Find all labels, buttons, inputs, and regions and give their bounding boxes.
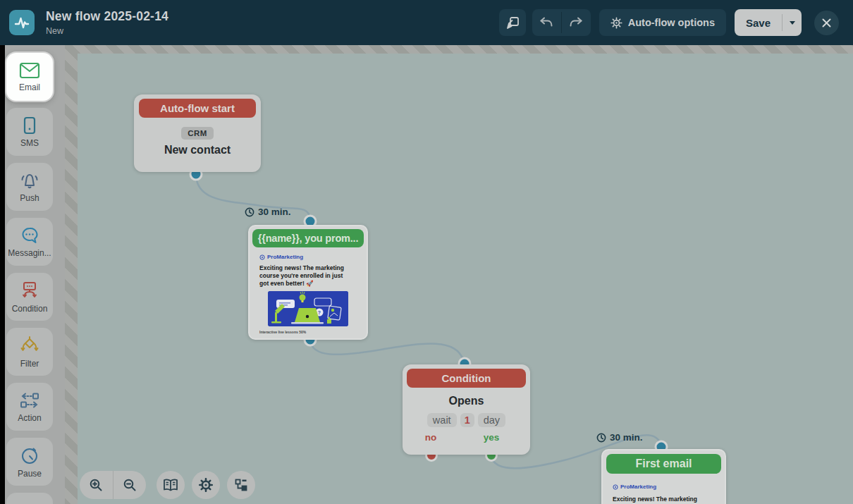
action-icon bbox=[19, 391, 40, 410]
history-controls bbox=[532, 9, 591, 36]
save-button[interactable]: Save bbox=[735, 9, 782, 36]
condition-branches: no yes bbox=[403, 432, 530, 443]
sidebar-item-messaging[interactable]: Messagin... bbox=[6, 218, 53, 266]
sidebar-item-push[interactable]: Push bbox=[6, 163, 53, 211]
left-edge-strip bbox=[0, 45, 5, 504]
node-email-1[interactable]: {{name}}, you prom... ProMarketing Excit… bbox=[248, 225, 368, 340]
autoflow-options-button[interactable]: Auto-flow options bbox=[599, 9, 726, 36]
sidebar-item-label: Push bbox=[20, 193, 39, 203]
node-header: Condition bbox=[407, 369, 526, 388]
brand-name: ProMarketing bbox=[620, 484, 656, 490]
zoom-controls bbox=[80, 471, 146, 499]
wait-value-chip[interactable]: 1 bbox=[460, 413, 474, 427]
zoom-in-button[interactable] bbox=[80, 471, 113, 499]
save-menu-button[interactable] bbox=[783, 9, 802, 36]
edge-delay-text: 30 min. bbox=[610, 432, 643, 443]
undo-button[interactable] bbox=[532, 9, 561, 36]
email-hero-image: ? bbox=[268, 291, 348, 326]
sidebar-item-label: Filter bbox=[20, 359, 39, 369]
trigger-source-badge: CRM bbox=[181, 127, 213, 140]
sms-icon bbox=[21, 116, 38, 135]
guide-button[interactable] bbox=[157, 471, 185, 499]
redo-button[interactable] bbox=[562, 9, 591, 36]
pause-icon bbox=[20, 445, 39, 465]
node-header: Auto-flow start bbox=[139, 99, 256, 118]
book-icon bbox=[163, 478, 178, 492]
edge-delay-text: 30 min. bbox=[258, 207, 291, 217]
sidebar-item-label: Condition bbox=[12, 304, 48, 314]
email-brand-row: ProMarketing bbox=[613, 484, 725, 490]
pen-square-icon bbox=[505, 15, 520, 30]
clock-icon bbox=[596, 433, 606, 443]
undo-icon bbox=[539, 16, 554, 29]
node-header: First email bbox=[606, 454, 721, 474]
branch-yes-label: yes bbox=[484, 432, 500, 443]
brand-logo-icon bbox=[259, 254, 265, 260]
minimap-button[interactable] bbox=[227, 471, 255, 499]
sidebar-item-email[interactable]: Email bbox=[6, 53, 53, 101]
flow-editor: 30 min. 30 min. Auto-flow start CRM New … bbox=[0, 0, 853, 504]
app-logo bbox=[9, 10, 35, 35]
settings-button[interactable] bbox=[192, 471, 220, 499]
close-icon bbox=[821, 18, 832, 28]
clock-icon bbox=[245, 207, 254, 217]
sidebar-item-label: Action bbox=[18, 413, 41, 423]
condition-icon bbox=[19, 281, 40, 300]
gear-icon bbox=[199, 478, 213, 492]
pulse-icon bbox=[13, 14, 30, 31]
redo-icon bbox=[568, 16, 584, 29]
branch-no-label: no bbox=[425, 432, 437, 443]
sidebar-item-label: Email bbox=[19, 82, 40, 92]
email-brand-row: ProMarketing bbox=[259, 254, 367, 260]
email-preview-text: Exciting news! The marketing course you'… bbox=[259, 264, 347, 288]
sidebar-item-condition[interactable]: Condition bbox=[6, 273, 53, 321]
email-icon bbox=[19, 62, 40, 79]
canvas-toolbar bbox=[80, 471, 255, 499]
sidebar-item-filter[interactable]: Filter bbox=[6, 328, 53, 376]
condition-title: Opens bbox=[403, 395, 530, 407]
zoom-out-icon bbox=[123, 478, 137, 492]
wait-unit-chip[interactable]: day bbox=[478, 413, 505, 427]
node-condition[interactable]: Condition Opens wait 1 day no yes bbox=[403, 364, 530, 455]
sidebar-item-label: Pause bbox=[18, 469, 42, 479]
save-split-button: Save bbox=[735, 9, 802, 36]
sidebar-item-action[interactable]: Action bbox=[6, 383, 53, 431]
messaging-icon bbox=[20, 226, 39, 245]
email-caption-text: Interactive live lessons 50% bbox=[259, 330, 367, 334]
wait-chip[interactable]: wait bbox=[427, 413, 457, 427]
gear-icon bbox=[610, 17, 622, 29]
zoom-out-button[interactable] bbox=[113, 471, 147, 499]
filter-icon bbox=[19, 336, 40, 355]
top-bar: New flow 2025-02-14 New Auto-flow option… bbox=[0, 0, 853, 45]
node-header: {{name}}, you prom... bbox=[252, 229, 364, 247]
brand-logo-icon bbox=[613, 484, 618, 490]
sidebar-item-partial[interactable] bbox=[6, 493, 53, 504]
sidebar-item-label: SMS bbox=[20, 138, 39, 148]
sidebar-item-label: Messagin... bbox=[8, 248, 51, 258]
autoflow-options-label: Auto-flow options bbox=[628, 17, 715, 28]
save-label: Save bbox=[746, 17, 771, 29]
flowchart-icon bbox=[234, 478, 248, 492]
push-icon bbox=[19, 171, 40, 190]
edge-delay-label[interactable]: 30 min. bbox=[245, 207, 291, 217]
condition-wait-row: wait 1 day bbox=[403, 413, 530, 427]
email-preview-text: Exciting news! The marketing course you'… bbox=[613, 496, 704, 504]
sidebar-item-pause[interactable]: Pause bbox=[6, 438, 53, 486]
edge-delay-label[interactable]: 30 min. bbox=[596, 432, 643, 443]
flow-title-block: New flow 2025-02-14 New bbox=[46, 9, 168, 36]
close-button[interactable] bbox=[814, 11, 839, 35]
trigger-title: New contact bbox=[134, 144, 261, 156]
brand-name: ProMarketing bbox=[267, 254, 303, 260]
chevron-down-icon bbox=[790, 21, 795, 25]
flow-title: New flow 2025-02-14 bbox=[46, 9, 168, 24]
node-autoflow-start[interactable]: Auto-flow start CRM New contact bbox=[134, 94, 261, 172]
notes-button[interactable] bbox=[499, 9, 526, 36]
zoom-in-icon bbox=[89, 478, 103, 492]
header-actions: Auto-flow options Save bbox=[499, 9, 839, 36]
node-first-email[interactable]: First email ProMarketing Exciting news! … bbox=[601, 449, 726, 504]
flow-status: New bbox=[46, 26, 168, 36]
sidebar-item-sms[interactable]: SMS bbox=[6, 108, 53, 156]
svg-text:?: ? bbox=[318, 310, 321, 315]
